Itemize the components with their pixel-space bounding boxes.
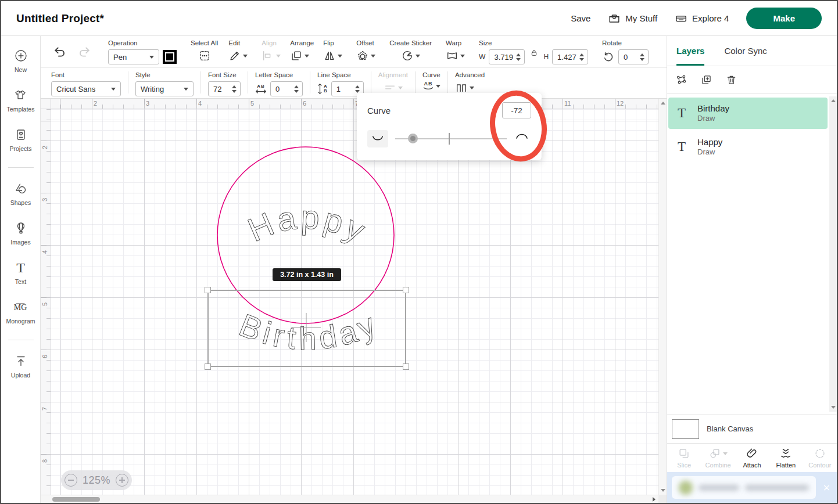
flip-button[interactable] (323, 49, 342, 62)
selection-handle-top-right[interactable] (403, 287, 409, 293)
selection-box[interactable] (207, 290, 406, 367)
line-space-stepper[interactable] (354, 85, 363, 93)
design-canvas[interactable]: 2 3 4 5 6 7 8 9 10 11 12 2 3 4 5 6 7 8 (41, 99, 667, 503)
my-stuff-button[interactable]: My Stuff (608, 12, 657, 25)
advanced-button[interactable] (455, 81, 474, 94)
font-size-stepper[interactable] (231, 85, 240, 93)
font-dropdown[interactable]: Cricut Sans (51, 81, 121, 96)
create-sticker-button[interactable] (401, 49, 420, 62)
combine-icon (708, 447, 721, 460)
sidebar-item-monogram[interactable]: MG Monogram (6, 300, 35, 325)
selection-handle-bottom-right[interactable] (403, 363, 409, 370)
size-tooltip: 3.72 in x 1.43 in (273, 268, 341, 281)
color-swatch[interactable] (163, 50, 177, 64)
layers-scrollbar[interactable] (829, 96, 837, 412)
alignment-button[interactable] (384, 81, 403, 94)
undo-button[interactable] (52, 44, 67, 59)
canvas-text-happy[interactable]: Happy (242, 198, 374, 250)
curve-slider[interactable] (395, 130, 507, 147)
tshirt-icon (13, 88, 27, 102)
rotate-stepper[interactable] (639, 53, 648, 61)
style-dropdown[interactable]: Writing (135, 81, 194, 96)
scroll-up-arrow[interactable] (831, 99, 836, 102)
text-layer-icon: T (678, 106, 697, 121)
chevron-down-icon (398, 87, 403, 89)
contour-button[interactable]: Contour (803, 444, 837, 472)
scroll-right-arrow[interactable] (653, 497, 656, 502)
sidebar-item-images[interactable]: Images (10, 221, 30, 246)
chevron-down-icon (723, 452, 728, 455)
left-sidebar: New Templates Projects Shapes Images T T… (1, 36, 41, 503)
sidebar-item-projects[interactable]: Projects (10, 128, 32, 152)
sidebar-item-new[interactable]: New (14, 49, 28, 73)
attach-button[interactable]: Attach (735, 444, 769, 472)
canvas-color-swatch[interactable] (672, 419, 699, 439)
selection-handle-top-left[interactable] (205, 287, 211, 293)
arrange-button[interactable] (290, 49, 309, 62)
top-bar: Untitled Project* Save My Stuff Explore … (1, 1, 837, 36)
save-button[interactable]: Save (571, 13, 590, 23)
redo-button[interactable] (77, 44, 92, 59)
slice-icon (678, 447, 690, 460)
group-layers-icon[interactable] (675, 74, 687, 86)
edit-button[interactable] (228, 49, 248, 62)
scroll-down-arrow[interactable] (661, 489, 665, 492)
curve-value-input[interactable] (502, 102, 531, 118)
slider-handle[interactable] (408, 134, 418, 143)
scroll-down-arrow[interactable] (831, 406, 836, 409)
close-icon[interactable] (822, 483, 831, 492)
combine-button[interactable]: Combine (701, 444, 735, 472)
sidebar-item-templates[interactable]: Templates (7, 88, 35, 113)
flatten-button[interactable]: Flatten (769, 444, 803, 472)
machine-select[interactable]: Explore 4 (675, 12, 729, 25)
zoom-in-button[interactable] (116, 474, 128, 487)
project-card-icon (14, 128, 28, 142)
warp-group: Warp (446, 36, 465, 67)
tab-layers[interactable]: Layers (676, 36, 704, 66)
curve-up-frown-icon[interactable] (515, 131, 529, 139)
scrollbar-thumb[interactable] (52, 497, 100, 502)
sidebar-item-upload[interactable]: Upload (11, 354, 30, 379)
duplicate-icon[interactable] (700, 74, 712, 86)
toolbar-row-2: Font Cricut Sans Style Writing Font Size (41, 68, 667, 99)
lock-aspect-button[interactable] (529, 48, 539, 57)
font-size-input[interactable] (208, 81, 241, 96)
trash-icon[interactable] (725, 74, 737, 86)
rotate-icon[interactable] (602, 51, 615, 63)
curve-down-smile-button[interactable] (367, 130, 388, 147)
chevron-down-icon (470, 87, 474, 89)
height-input[interactable] (552, 49, 588, 64)
letter-space-input[interactable] (270, 81, 303, 96)
width-input[interactable] (489, 49, 525, 64)
warp-button[interactable] (446, 49, 465, 62)
chevron-down-icon (338, 55, 342, 57)
selection-handle-bottom-left[interactable] (205, 363, 211, 370)
select-all-button[interactable] (198, 49, 211, 62)
rotate-input[interactable] (618, 49, 649, 64)
layer-row-happy[interactable]: T Happy Draw (668, 131, 828, 163)
tab-color-sync[interactable]: Color Sync (724, 36, 767, 66)
operation-dropdown[interactable]: Pen (108, 49, 159, 64)
zoom-out-button[interactable] (65, 474, 77, 487)
edit-group: Edit (228, 36, 248, 67)
canvas-vertical-scrollbar[interactable] (658, 99, 667, 495)
operation-group: Operation Pen (108, 36, 177, 67)
width-stepper[interactable] (515, 53, 524, 61)
make-button[interactable]: Make (746, 8, 822, 29)
scroll-up-arrow[interactable] (661, 102, 665, 105)
curve-button[interactable]: AB (422, 81, 441, 91)
letter-space-stepper[interactable] (293, 85, 302, 93)
align-button[interactable] (262, 49, 281, 62)
plus-circle-icon (14, 49, 28, 63)
curve-popup-title: Curve (367, 106, 391, 116)
sidebar-item-shapes[interactable]: Shapes (10, 182, 31, 206)
app-window: Untitled Project* Save My Stuff Explore … (0, 0, 838, 504)
chevron-down-icon (276, 55, 281, 57)
sidebar-item-text[interactable]: T Text (15, 261, 26, 285)
slice-button[interactable]: Slice (667, 444, 701, 472)
offset-button[interactable] (356, 49, 375, 62)
select-all-group: Select All (191, 36, 218, 67)
height-stepper[interactable] (578, 53, 588, 61)
layer-row-birthday[interactable]: T Birthday Draw (668, 98, 828, 129)
canvas-horizontal-scrollbar[interactable] (41, 495, 658, 503)
